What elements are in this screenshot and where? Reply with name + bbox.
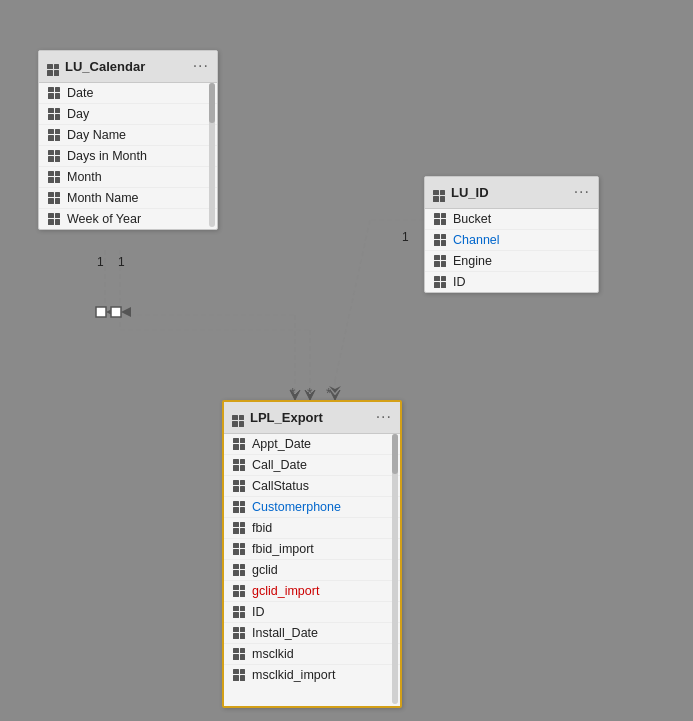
lu-calendar-menu[interactable]: ··· (193, 57, 209, 75)
field-icon-call-date (232, 458, 246, 472)
field-date[interactable]: Date (39, 83, 217, 104)
lpl-export-header[interactable]: LPL_Export ··· (224, 402, 400, 434)
field-icon-gclid (232, 563, 246, 577)
svg-marker-9 (106, 307, 116, 317)
field-engine[interactable]: Engine (425, 251, 598, 272)
field-msclkid-import[interactable]: msclkid_import (224, 665, 400, 685)
svg-marker-6 (290, 390, 300, 400)
svg-marker-7 (305, 390, 315, 400)
lu-calendar-table: LU_Calendar ··· Date Day Day Name Days i… (38, 50, 218, 230)
field-week-of-year[interactable]: Week of Year (39, 209, 217, 229)
svg-text:*: * (326, 385, 332, 401)
lu-calendar-grid-icon (47, 57, 59, 76)
field-icon-days-in-month (47, 149, 61, 163)
field-icon-msclkid (232, 647, 246, 661)
lu-calendar-header[interactable]: LU_Calendar ··· (39, 51, 217, 83)
field-icon-export-id (232, 605, 246, 619)
svg-marker-16 (329, 386, 341, 393)
field-id[interactable]: ID (425, 272, 598, 292)
field-callstatus[interactable]: CallStatus (224, 476, 400, 497)
field-icon-channel (433, 233, 447, 247)
field-msclkid[interactable]: msclkid (224, 644, 400, 665)
svg-rect-8 (96, 307, 106, 317)
lpl-export-title: LPL_Export (250, 410, 323, 425)
svg-marker-11 (121, 307, 131, 317)
field-month[interactable]: Month (39, 167, 217, 188)
lpl-export-menu[interactable]: ··· (376, 408, 392, 426)
label-one-1: 1 (97, 255, 104, 269)
svg-rect-10 (111, 307, 121, 317)
field-appt-date[interactable]: Appt_Date (224, 434, 400, 455)
lpl-export-grid-icon (232, 408, 244, 427)
lpl-export-scrollbar[interactable] (392, 434, 398, 704)
field-icon-appt-date (232, 437, 246, 451)
svg-text:*: * (290, 385, 296, 401)
field-channel[interactable]: Channel (425, 230, 598, 251)
field-icon-gclid-import (232, 584, 246, 598)
svg-marker-15 (330, 390, 340, 400)
field-icon-msclkid-import (232, 668, 246, 682)
field-fbid-import[interactable]: fbid_import (224, 539, 400, 560)
field-gclid[interactable]: gclid (224, 560, 400, 581)
lu-calendar-body: Date Day Day Name Days in Month Month Mo… (39, 83, 217, 229)
field-icon-month-name (47, 191, 61, 205)
field-icon-customerphone (232, 500, 246, 514)
field-icon-callstatus (232, 479, 246, 493)
field-call-date[interactable]: Call_Date (224, 455, 400, 476)
lu-id-body: Bucket Channel Engine ID (425, 209, 598, 292)
field-bucket[interactable]: Bucket (425, 209, 598, 230)
field-icon-month (47, 170, 61, 184)
field-icon-fbid (232, 521, 246, 535)
field-icon-day-name (47, 128, 61, 142)
lu-id-header[interactable]: LU_ID ··· (425, 177, 598, 209)
lu-calendar-title: LU_Calendar (65, 59, 145, 74)
field-icon-date (47, 86, 61, 100)
field-icon-engine (433, 254, 447, 268)
field-icon-id (433, 275, 447, 289)
lpl-export-table: LPL_Export ··· Appt_Date Call_Date CallS… (222, 400, 402, 708)
field-icon-day (47, 107, 61, 121)
field-install-date[interactable]: Install_Date (224, 623, 400, 644)
field-customerphone[interactable]: Customerphone (224, 497, 400, 518)
svg-text:*: * (307, 385, 313, 401)
field-icon-week-of-year (47, 212, 61, 226)
field-icon-install-date (232, 626, 246, 640)
field-day-name[interactable]: Day Name (39, 125, 217, 146)
label-one-2: 1 (118, 255, 125, 269)
field-fbid[interactable]: fbid (224, 518, 400, 539)
lu-id-table: LU_ID ··· Bucket Channel Engine ID (424, 176, 599, 293)
lu-id-title: LU_ID (451, 185, 489, 200)
field-icon-fbid-import (232, 542, 246, 556)
field-month-name[interactable]: Month Name (39, 188, 217, 209)
lu-id-grid-icon (433, 183, 445, 202)
lu-id-menu[interactable]: ··· (574, 183, 590, 201)
field-export-id[interactable]: ID (224, 602, 400, 623)
field-days-in-month[interactable]: Days in Month (39, 146, 217, 167)
svg-line-13 (335, 220, 370, 380)
lpl-export-body: Appt_Date Call_Date CallStatus Customerp… (224, 434, 400, 685)
field-gclid-import[interactable]: gclid_import (224, 581, 400, 602)
field-icon-bucket (433, 212, 447, 226)
label-one-3: 1 (402, 230, 409, 244)
field-day[interactable]: Day (39, 104, 217, 125)
lu-calendar-scrollbar[interactable] (209, 83, 215, 227)
